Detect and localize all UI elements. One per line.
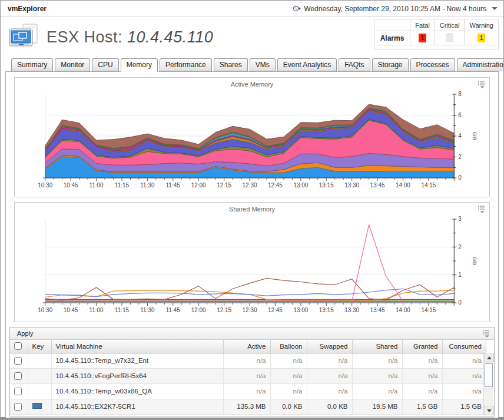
row-checkbox[interactable] (14, 357, 22, 365)
partial-row (10, 415, 494, 418)
tab-monitor[interactable]: Monitor (55, 58, 90, 71)
tab-vms[interactable]: VMs (250, 58, 276, 71)
page-title: ESX Host: 10.4.45.110 (47, 28, 213, 47)
svg-text:1: 1 (458, 272, 462, 278)
svg-text:2: 2 (458, 244, 462, 250)
tab-event-analytics[interactable]: Event Analytics (277, 58, 337, 71)
vm-name-cell: 10.4.45.110::Temp_w7x32_Ent (51, 353, 223, 368)
scroll-up-button[interactable] (484, 353, 494, 362)
tab-memory[interactable]: Memory (121, 58, 158, 72)
svg-text:13:45: 13:45 (370, 307, 385, 313)
svg-text:11:00: 11:00 (89, 182, 104, 188)
shared-cell: n/a (352, 353, 402, 368)
shared-cell: n/a (352, 383, 402, 399)
svg-text:13:00: 13:00 (293, 182, 308, 188)
col-consumed[interactable]: Consumed (442, 340, 486, 353)
table-menu-icon[interactable] (482, 329, 490, 338)
svg-text:13:45: 13:45 (370, 182, 385, 188)
shared-cell: n/a (352, 368, 402, 383)
svg-text:14:00: 14:00 (396, 307, 410, 313)
balloon-cell: n/a (270, 353, 307, 368)
svg-text:11:30: 11:30 (140, 307, 155, 313)
col-key[interactable]: Key (28, 340, 51, 353)
svg-text:12:15: 12:15 (217, 307, 231, 313)
chart-title: Shared Memory (15, 203, 489, 216)
active-cell: 135.3 MB (223, 399, 270, 414)
alarm-count-critical[interactable] (446, 33, 453, 42)
select-all-checkbox[interactable] (14, 342, 22, 350)
vm-name-cell: 10.4.45.110::EX2K7-5CR1 (51, 399, 223, 414)
svg-text:11:15: 11:15 (115, 307, 130, 313)
tab-bar: SummaryMonitorCPUMemoryPerformanceShares… (1, 58, 503, 71)
svg-text:13:30: 13:30 (344, 182, 359, 188)
tab-shares[interactable]: Shares (214, 58, 248, 71)
consumed-cell: n/a (442, 353, 486, 368)
col-shared[interactable]: Shared (352, 340, 402, 353)
active-cell: n/a (223, 368, 270, 383)
col-balloon[interactable]: Balloon (270, 340, 307, 353)
table-row[interactable]: 10.4.45.110::EX2K7-5CR1135.3 MB0.0 KB0.0… (10, 399, 486, 414)
col-virtual-machine[interactable]: Virtual Machine (51, 340, 223, 353)
svg-text:13:30: 13:30 (344, 307, 359, 313)
svg-text:0: 0 (458, 174, 462, 181)
tab-administration[interactable]: Administration (457, 58, 504, 71)
svg-text:0: 0 (458, 299, 462, 306)
balloon-cell: n/a (270, 368, 307, 383)
scroll-down-button[interactable] (484, 406, 494, 415)
tab-cpu[interactable]: CPU (92, 58, 118, 71)
alarm-count-fatal[interactable]: 1 (419, 34, 426, 42)
svg-text:12:30: 12:30 (243, 307, 257, 313)
time-range-control[interactable]: Wednesday, September 29, 2010 10:25 AM -… (293, 5, 498, 13)
svg-text:3: 3 (458, 216, 462, 222)
alarm-count-warning[interactable]: 1 (478, 34, 485, 42)
row-checkbox[interactable] (14, 403, 22, 411)
svg-text:11:45: 11:45 (166, 182, 181, 188)
col-granted[interactable]: Granted (402, 340, 442, 353)
arrow-up-icon (487, 356, 492, 359)
svg-text:6: 6 (458, 112, 462, 118)
chart-menu-icon[interactable] (478, 80, 486, 88)
granted-cell: n/a (402, 383, 442, 399)
vertical-scrollbar[interactable] (483, 353, 493, 415)
checkbox-cell (10, 368, 28, 383)
tab-faqts[interactable]: FAQts (339, 58, 370, 71)
checkbox-cell (10, 399, 28, 414)
row-checkbox[interactable] (14, 372, 22, 380)
svg-text:13:15: 13:15 (319, 182, 334, 188)
active-cell: n/a (223, 383, 270, 399)
scroll-thumb[interactable] (485, 363, 493, 387)
table-row[interactable]: 10.4.45.110::Temp_w7x32_Entn/an/an/an/an… (10, 353, 486, 368)
key-cell (28, 399, 51, 414)
host-type-label: ESX Host: (47, 28, 122, 46)
alarm-col-warning: Warning (465, 19, 499, 31)
balloon-cell: 0.0 KB (270, 399, 307, 414)
svg-text:12:00: 12:00 (191, 182, 206, 188)
granted-cell: n/a (402, 353, 442, 368)
vm-name-cell: 10.4.45.110::vFogPerfRH5x64 (51, 368, 223, 383)
host-icon (9, 24, 39, 51)
alarms-table: Fatal Critical Warning Alarms 1 1 (374, 19, 499, 49)
checkbox-cell (10, 383, 28, 399)
tab-storage[interactable]: Storage (372, 58, 409, 71)
vm-table-header-row: KeyVirtual MachineActiveBalloonSwappedSh… (10, 340, 486, 353)
alarms-label: Alarms (374, 31, 410, 45)
tab-summary[interactable]: Summary (11, 58, 53, 71)
shared-cell: 19.5 MB (352, 399, 402, 414)
apply-button[interactable]: Apply (17, 330, 34, 337)
active-cell: n/a (223, 353, 270, 368)
time-range-text: Wednesday, September 29, 2010 10:25 AM -… (304, 5, 486, 13)
table-row[interactable]: 10.4.45.110::Temp_w03x86_QAn/an/an/an/an… (10, 383, 486, 399)
col-active[interactable]: Active (223, 340, 270, 353)
table-row[interactable]: 10.4.45.110::vFogPerfRH5x64n/an/an/an/an… (10, 368, 486, 383)
key-cell (28, 383, 51, 399)
col-swapped[interactable]: Swapped (307, 340, 352, 353)
svg-text:11:45: 11:45 (166, 307, 181, 313)
chart-menu-icon[interactable] (478, 205, 486, 213)
host-name: 10.4.45.110 (127, 28, 213, 46)
tab-processes[interactable]: Processes (410, 58, 455, 71)
row-checkbox[interactable] (14, 388, 22, 395)
svg-text:10:30: 10:30 (38, 182, 52, 188)
granted-cell: 1.5 GB (402, 399, 442, 414)
tab-performance[interactable]: Performance (160, 58, 212, 71)
shared-memory-chart: Shared Memory 10:3010:4511:0011:1511:301… (14, 202, 490, 322)
